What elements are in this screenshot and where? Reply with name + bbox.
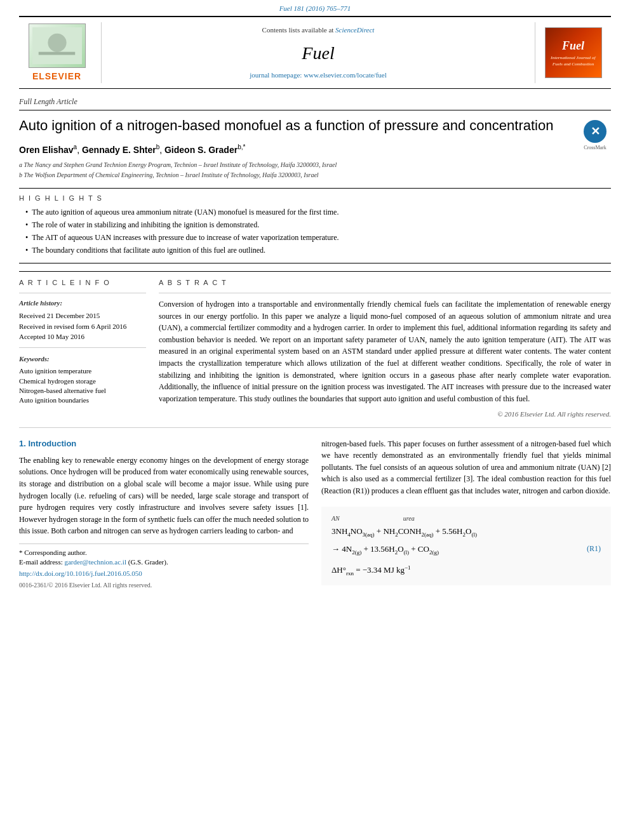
keywords-label: Keywords:	[19, 354, 146, 364]
abstract-col: A B S T R A C T Conversion of hydrogen i…	[159, 278, 611, 420]
article-title: Auto ignition of a nitrogen-based monofu…	[19, 117, 579, 135]
fuel-cover-subtitle: International Journal of Fuels and Combu…	[546, 55, 601, 68]
received-date: Received 21 December 2015	[19, 310, 146, 321]
urea-label: urea	[403, 514, 415, 523]
divider-3	[159, 293, 611, 293]
body-col-left: 1. Introduction The enabling key to rene…	[19, 438, 309, 590]
highlight-item-1: The auto ignition of aqueous urea ammoni…	[25, 207, 611, 218]
journal-center: Contents lists available at ScienceDirec…	[102, 22, 535, 83]
journal-homepage[interactable]: journal homepage: www.elsevier.com/locat…	[250, 70, 387, 80]
email-person: (G.S. Grader).	[128, 558, 168, 566]
crossmark-svg: ✕	[586, 122, 605, 141]
keyword-2: Chemical hydrogen storage	[19, 377, 146, 386]
accepted-date: Accepted 10 May 2016	[19, 331, 146, 342]
affiliation-b: b The Wolfson Department of Chemical Eng…	[19, 170, 579, 180]
elsevier-brand-name: ELSEVIER	[32, 70, 81, 83]
highlights-heading: H I G H L I G H T S	[19, 194, 611, 203]
keyword-3: Nitrogen-based alternative fuel	[19, 386, 146, 396]
keyword-1: Auto ignition temperature	[19, 366, 146, 376]
fuel-cover-image: Fuel International Journal of Fuels and …	[545, 27, 602, 78]
journal-name: Fuel	[302, 41, 334, 65]
highlight-item-3: The AIT of aqueous UAN increases with pr…	[25, 232, 611, 243]
keywords-section: Keywords: Auto ignition temperature Chem…	[19, 354, 146, 406]
corresponding-author: * Corresponding author.	[19, 548, 309, 557]
copyright-line: © 2016 Elsevier Ltd. All rights reserved…	[159, 410, 611, 419]
intro-title: Introduction	[28, 439, 76, 448]
highlights-section: H I G H L I G H T S The auto ignition of…	[19, 188, 611, 263]
intro-heading: 1. Introduction	[19, 438, 309, 450]
body-col-right: nitrogen-based fuels. This paper focuses…	[321, 438, 611, 590]
revised-date: Received in revised form 6 April 2016	[19, 321, 146, 332]
intro-para-2-text: nitrogen-based fuels. This paper focuses…	[321, 438, 611, 497]
intro-paragraph-1: The enabling key to renewable energy eco…	[19, 455, 309, 537]
contents-label: Contents lists available at	[262, 26, 334, 34]
affiliation-a: a The Nancy and Stephen Grand Technion E…	[19, 160, 579, 170]
equation-area: AN urea 3NH4NO3(aq) + NH2CONH2(aq) + 5.5…	[321, 507, 611, 585]
author-1: Oren Elishav	[19, 144, 74, 154]
main-content: Full Length Article Auto ignition of a n…	[19, 89, 611, 590]
author-2: Gennady E. Shter	[82, 144, 156, 154]
elsevier-logo: ELSEVIER	[29, 23, 86, 83]
article-info-heading: A R T I C L E I N F O	[19, 278, 146, 288]
author-3: Gideon S. Grader	[164, 144, 238, 154]
elsevier-image	[29, 23, 86, 68]
contents-available-line: Contents lists available at ScienceDirec…	[262, 25, 375, 35]
doi-line: http://dx.doi.org/10.1016/j.fuel.2016.05…	[19, 568, 309, 579]
highlight-item-4: The boundary conditions that facilitate …	[25, 245, 611, 256]
equation-products: → 4N2(g) + 13.56H2O(l) + CO2(g) (R1)	[332, 543, 601, 556]
article-info-col: A R T I C L E I N F O Article history: R…	[19, 278, 146, 420]
info-abstract-cols: A R T I C L E I N F O Article history: R…	[19, 271, 611, 420]
intro-number: 1.	[19, 439, 26, 448]
an-label: AN	[332, 514, 340, 523]
divider-1	[19, 293, 146, 293]
abstract-text: Conversion of hydrogen into a transporta…	[159, 298, 611, 404]
authors-line: Oren Elishava, Gennady E. Shterb, Gideon…	[19, 143, 579, 156]
doi-link[interactable]: http://dx.doi.org/10.1016/j.fuel.2016.05…	[19, 570, 142, 577]
highlight-item-2: The role of water in stabilizing and inh…	[25, 220, 611, 230]
elsevier-logo-section: ELSEVIER	[19, 22, 102, 83]
science-direct-link[interactable]: ScienceDirect	[335, 26, 374, 34]
divider-2	[19, 347, 146, 348]
email-label: E-mail address:	[19, 558, 63, 566]
email-line: E-mail address: garder@technion.ac.il (G…	[19, 557, 309, 567]
crossmark-icon[interactable]: ✕	[584, 120, 607, 143]
history-label: Article history:	[19, 298, 146, 308]
keyword-4: Auto ignition boundaries	[19, 396, 146, 405]
body-section: 1. Introduction The enabling key to rene…	[19, 427, 611, 590]
title-area: Auto ignition of a nitrogen-based monofu…	[19, 117, 579, 188]
email-address[interactable]: garder@technion.ac.il	[64, 558, 126, 566]
corresponding-label: * Corresponding author.	[19, 549, 87, 556]
intro-paragraph-2: nitrogen-based fuels. This paper focuses…	[321, 438, 611, 497]
page-wrapper: Fuel 181 (2016) 765–771 ELSEVIER Content…	[0, 0, 630, 603]
crossmark-area[interactable]: ✕ CrossMark	[579, 117, 611, 151]
title-row: Auto ignition of a nitrogen-based monofu…	[19, 117, 611, 188]
journal-header: ELSEVIER Contents lists available at Sci…	[19, 16, 611, 89]
footnote-area: * Corresponding author. E-mail address: …	[19, 543, 309, 590]
equation-block: AN urea 3NH4NO3(aq) + NH2CONH2(aq) + 5.5…	[321, 507, 611, 585]
citation-bar: Fuel 181 (2016) 765–771	[0, 0, 630, 16]
issn-line: 0016-2361/© 2016 Elsevier Ltd. All right…	[19, 581, 309, 590]
highlights-list: The auto ignition of aqueous urea ammoni…	[19, 207, 611, 255]
journal-cover-area: Fuel International Journal of Fuels and …	[535, 22, 611, 83]
citation-text: Fuel 181 (2016) 765–771	[279, 4, 351, 12]
affiliations: a The Nancy and Stephen Grand Technion E…	[19, 160, 579, 180]
svg-text:✕: ✕	[591, 125, 600, 138]
equation-label[interactable]: (R1)	[587, 543, 601, 556]
crossmark-label: CrossMark	[584, 144, 607, 151]
equation-labels-row: AN urea	[332, 514, 415, 523]
equation-reactants: 3NH4NO3(aq) + NH2CONH2(aq) + 5.56H2O(l)	[332, 526, 601, 538]
intro-body-text: The enabling key to renewable energy eco…	[19, 455, 309, 537]
abstract-heading: A B S T R A C T	[159, 278, 611, 288]
equation-enthalpy: ΔH°rxn = −3.34 MJ kg−1	[332, 564, 601, 578]
fuel-cover-title: Fuel	[562, 38, 584, 54]
article-type: Full Length Article	[19, 97, 611, 110]
